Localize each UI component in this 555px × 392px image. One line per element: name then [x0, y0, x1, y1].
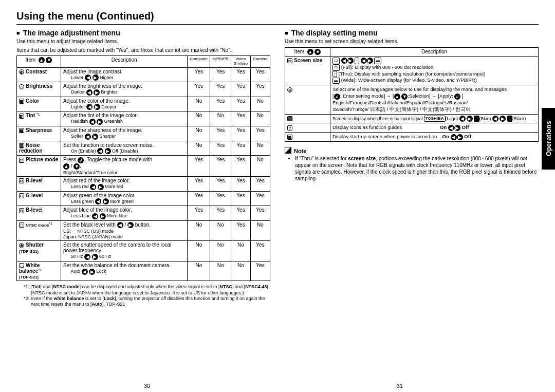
th-computer: Computer: [188, 56, 210, 68]
down-icon: ▼: [46, 57, 52, 63]
operations-tab: Operations: [542, 108, 555, 170]
row-shutter: ✱Shutter(TDP-S21) Set the shutter speed …: [17, 241, 270, 262]
right-icon: ▶: [92, 74, 99, 81]
glevel-icon: G: [19, 193, 24, 198]
globe-icon: ⊕: [287, 87, 292, 92]
image-adj-intro2: Items that can be adjusted are marked wi…: [16, 47, 270, 54]
display-setting-heading: The display setting menu: [285, 29, 539, 37]
left-column: The image adjustment menu Use this menu …: [16, 29, 270, 307]
row-tint: ◧Tint *1 Adjust the tint of the image co…: [17, 111, 270, 126]
display-setting-table: Item ▲ ▼ Description ▭Screen size ▭ ◀▶ ▫…: [285, 47, 539, 142]
row-glevel: GG-level Adjust green of the image color…: [17, 191, 270, 206]
th-ypbpr: Y/PB/PR: [210, 56, 231, 68]
row-rlevel: RR-level Adjust red of the image color. …: [17, 177, 270, 192]
nosignal-icon: ⬛: [287, 116, 292, 121]
right-column: The display setting menu Use this menu t…: [285, 29, 539, 307]
sharpness-icon: ▩: [19, 128, 24, 133]
contrast-icon: ◐: [19, 69, 24, 74]
page-number-left: 30: [144, 383, 150, 389]
ntsc-icon: ⬚: [19, 222, 24, 228]
manual-page: Using the menu (Continued) The image adj…: [0, 0, 555, 392]
row-guide: ? Display icons as function guides On ◀▶…: [285, 123, 539, 133]
color-icon: ▦: [19, 99, 24, 104]
image-adj-table: Item ▲ ▼ Description Computer Y/PB/PR Vi…: [16, 55, 270, 281]
page-title: Using the menu (Continued): [16, 10, 539, 25]
tint-icon: ◧: [19, 114, 24, 119]
up-icon: ▲: [39, 57, 45, 63]
row-no-signal: ⬛ Screen to display when there is no inp…: [285, 114, 539, 123]
two-column-layout: The image adjustment menu Use this menu …: [16, 29, 539, 307]
th-video: Video S-video: [231, 56, 251, 68]
wide-icon: ▬: [374, 58, 381, 64]
page-number-right: 31: [397, 383, 403, 389]
row-language: ⊕ Select one of the languages below to u…: [285, 85, 539, 114]
row-ntsc: ⬚NTSC mode*1 Set the black level with ◀ …: [17, 220, 270, 240]
th-desc: Description: [61, 56, 188, 68]
display-setting-intro: Use this menu to set screen display-rela…: [285, 39, 539, 45]
th-item: Item ▲ ▼: [17, 56, 61, 68]
image-adj-intro1: Use this menu to adjust image-related it…: [16, 39, 270, 45]
down-icon: ▼: [314, 49, 321, 55]
row-contrast: ◐Contrast Adjust the image contrast. Low…: [17, 67, 270, 82]
footnote-2: *2: Even if the white balance is set to …: [24, 296, 270, 308]
th-item-r: Item ▲ ▼: [285, 47, 330, 56]
footnote-1: *1: [Tint] and [NTSC mode] can be displa…: [24, 284, 270, 296]
wb-icon: ◡: [19, 263, 24, 268]
enter-icon: ↲: [78, 157, 84, 163]
row-blevel: BB-level Adjust blue of the image color.…: [17, 206, 270, 221]
full-icon: ▭: [332, 58, 340, 64]
picture-icon: ▢: [19, 158, 24, 163]
footnotes: *1: [Tint] and [NTSC mode] can be displa…: [16, 284, 270, 307]
row-color: ▦Color Adjust the color of the image. Li…: [17, 97, 270, 111]
noise-icon: ▓: [19, 143, 24, 148]
startup-icon: ▦: [287, 135, 292, 140]
thru-icon: ▫: [355, 58, 359, 64]
note-body: If "Thru" is selected for screen size, p…: [285, 155, 539, 182]
blevel-icon: B: [19, 208, 24, 213]
th-camera: Camera: [251, 56, 270, 68]
screensize-icon: ▭: [287, 58, 292, 63]
row-noise: ▓Noise reduction Set the function to red…: [17, 141, 270, 156]
shutter-icon: ✱: [19, 243, 24, 248]
row-picture-mode: ▢Picture mode Press ↲. Toggle the pictur…: [17, 156, 270, 177]
toshiba-logo: TOSHIBA: [424, 116, 446, 122]
row-white-balance: ◡White balance*2(TDP-S21) Set the white …: [17, 261, 270, 281]
guide-icon: ?: [287, 125, 292, 130]
row-screen-size: ▭Screen size ▭ ◀▶ ▫ ◀▶ ▬ ▭ (Full): Displ…: [285, 56, 539, 85]
up-icon: ▲: [307, 49, 313, 55]
rlevel-icon: R: [19, 178, 24, 183]
enter-icon: ↲: [334, 94, 340, 100]
row-brightness: ☼Brightness Adjust the brightness of the…: [17, 82, 270, 97]
row-startup: ▦ Display start-up screen when power is …: [285, 133, 539, 142]
th-desc-r: Description: [330, 47, 539, 56]
left-icon: ◀: [85, 74, 91, 81]
image-adj-heading: The image adjustment menu: [16, 29, 270, 37]
row-sharpness: ▩Sharpness Adjust the sharpness of the i…: [17, 126, 270, 141]
brightness-icon: ☼: [19, 84, 24, 89]
note-heading: Note: [285, 147, 539, 154]
